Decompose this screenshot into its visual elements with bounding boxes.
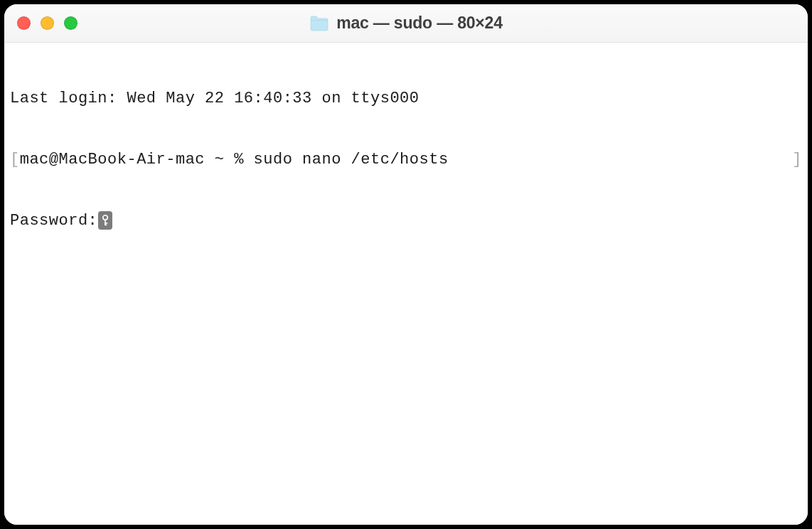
prompt-line: [mac@MacBook-Air-mac ~ % sudo nano /etc/… [10,150,802,171]
minimize-button[interactable] [41,16,54,30]
password-line: Password: [10,211,802,232]
command-text: sudo nano /etc/hosts [254,151,449,169]
terminal-content[interactable]: Last login: Wed May 22 16:40:33 on ttys0… [4,43,808,525]
key-icon [98,211,112,230]
bracket-right: ] [792,150,802,171]
bracket-left: [ [10,151,20,169]
zoom-button[interactable] [64,16,78,30]
last-login-line: Last login: Wed May 22 16:40:33 on ttys0… [10,89,802,109]
password-label: Password: [10,212,97,230]
prompt-text: mac@MacBook-Air-mac ~ % [20,151,254,169]
svg-rect-2 [105,223,108,224]
titlebar[interactable]: mac — sudo — 80×24 [4,4,808,43]
svg-rect-3 [105,224,107,225]
window-title: mac — sudo — 80×24 [336,14,503,33]
close-button[interactable] [17,16,31,30]
title-center: mac — sudo — 80×24 [4,14,808,33]
traffic-lights [17,16,78,30]
svg-point-0 [103,215,107,220]
terminal-window: mac — sudo — 80×24 Last login: Wed May 2… [4,4,808,525]
folder-icon [309,15,329,32]
